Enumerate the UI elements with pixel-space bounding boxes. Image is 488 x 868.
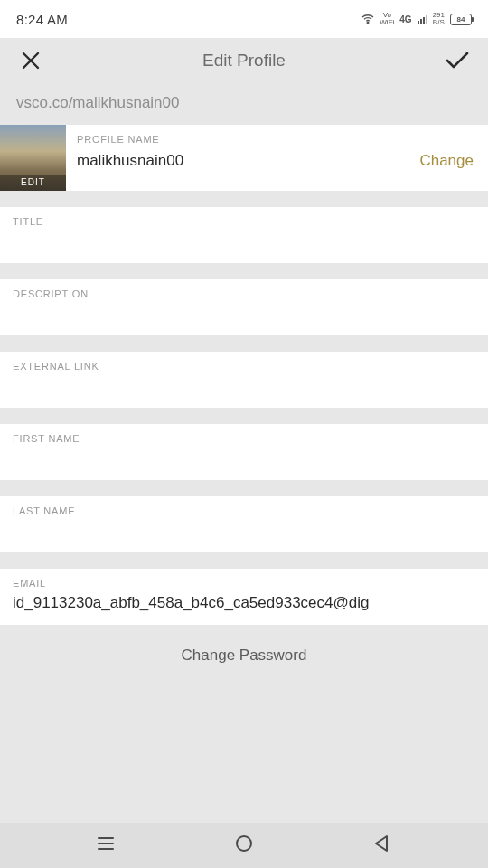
battery-icon: 84 <box>450 14 472 25</box>
email-field[interactable]: EMAIL id_9113230a_abfb_458a_b4c6_ca5ed93… <box>0 569 488 625</box>
description-field[interactable]: DESCRIPTION <box>0 279 488 335</box>
status-bar: 8:24 AM VoWiFi 4G 291B/S 84 <box>0 0 488 38</box>
first-name-field[interactable]: FIRST NAME <box>0 424 488 480</box>
app-content: Edit Profile vsco.co/malikhusnain00 EDIT… <box>0 38 488 823</box>
confirm-button[interactable] <box>443 46 472 75</box>
close-button[interactable] <box>16 46 45 75</box>
email-value: id_9113230a_abfb_458a_b4c6_ca5ed933cec4@… <box>13 594 475 612</box>
status-right: VoWiFi 4G 291B/S 84 <box>361 12 472 26</box>
email-label: EMAIL <box>13 578 475 589</box>
title-field[interactable]: TITLE <box>0 207 488 263</box>
avatar[interactable]: EDIT <box>0 125 66 191</box>
svg-point-6 <box>237 836 251 851</box>
signal-icon <box>418 14 427 24</box>
first-name-label: FIRST NAME <box>13 433 475 444</box>
last-name-field[interactable]: LAST NAME <box>0 496 488 552</box>
page-title: Edit Profile <box>45 51 443 71</box>
profile-name-area: PROFILE NAME malikhusnain00 Change <box>66 125 488 191</box>
net-speed: 291B/S <box>433 12 445 26</box>
wifi-icon <box>361 14 374 25</box>
network-4g: 4G <box>399 14 411 24</box>
status-time: 8:24 AM <box>16 12 68 27</box>
svg-point-0 <box>367 22 369 24</box>
profile-url: vsco.co/malikhusnain00 <box>0 83 488 125</box>
external-link-field[interactable]: EXTERNAL LINK <box>0 352 488 408</box>
svg-marker-7 <box>376 836 387 851</box>
title-label: TITLE <box>13 216 475 227</box>
profile-name-label: PROFILE NAME <box>77 134 477 145</box>
home-button[interactable] <box>234 834 254 857</box>
description-label: DESCRIPTION <box>13 288 475 299</box>
external-link-label: EXTERNAL LINK <box>13 361 475 372</box>
recent-apps-button[interactable] <box>96 834 116 857</box>
change-password-button[interactable]: Change Password <box>0 625 488 686</box>
vowifi-indicator: VoWiFi <box>380 12 394 26</box>
last-name-label: LAST NAME <box>13 505 475 516</box>
header-bar: Edit Profile <box>0 38 488 83</box>
system-navbar <box>0 823 488 868</box>
profile-name-value: malikhusnain00 <box>77 152 183 170</box>
edit-avatar-label: EDIT <box>0 175 66 191</box>
profile-card: EDIT PROFILE NAME malikhusnain00 Change <box>0 125 488 191</box>
back-button[interactable] <box>372 834 392 857</box>
change-name-button[interactable]: Change <box>419 152 477 170</box>
